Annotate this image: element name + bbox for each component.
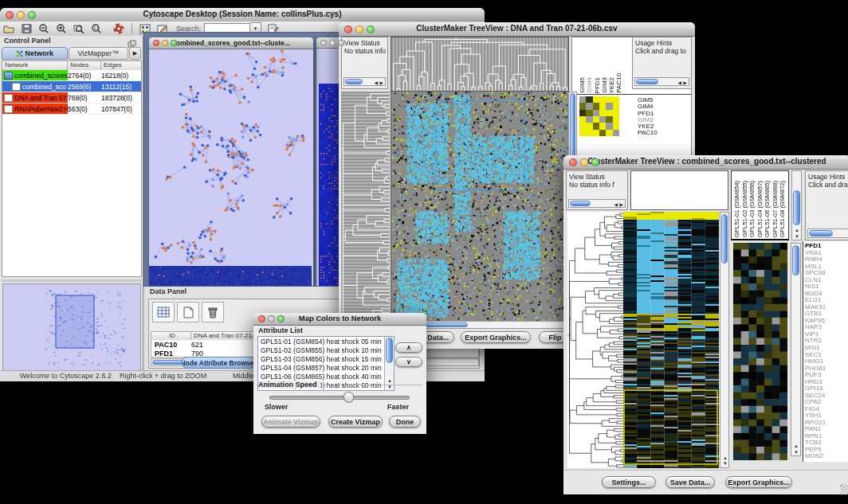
tv1-main-heatmap[interactable] <box>391 92 568 321</box>
animation-speed-slider[interactable] <box>269 396 410 400</box>
minimize-button[interactable] <box>17 11 25 19</box>
tv1-row-dendrogram[interactable] <box>341 92 390 321</box>
scroll-up-icon[interactable]: ▲ <box>794 443 799 448</box>
close-button[interactable] <box>320 40 327 46</box>
attribute-list-vscrollbar[interactable]: ▲ ▼ <box>384 337 394 390</box>
matrix-cell[interactable] <box>579 103 586 109</box>
tv1-column-label[interactable]: PFD1 <box>594 77 600 93</box>
matrix-cell[interactable] <box>579 116 586 123</box>
treeview1-title-bar[interactable]: ClusterMaker TreeView : DNA and Tran 07-… <box>339 22 695 37</box>
scroll-down-icon[interactable]: ▼ <box>794 450 799 455</box>
matrix-cell[interactable] <box>599 103 606 109</box>
scroll-up-icon[interactable]: ▲ <box>387 378 392 383</box>
tv2-status-hscrollbar[interactable]: ◀ ▶ <box>568 199 626 208</box>
tv2-genes-vscrollbar[interactable]: ▲ ▼ <box>791 243 801 456</box>
minimize-button[interactable] <box>162 40 168 46</box>
delete-attribute-trash-icon[interactable] <box>202 302 224 322</box>
dialog-title-bar[interactable]: Map Colors to Network <box>253 313 426 326</box>
tv1-column-label[interactable]: YKE2 <box>608 77 614 93</box>
tab-overflow-button[interactable]: ▶ <box>129 47 141 60</box>
close-button[interactable] <box>344 25 352 33</box>
matrix-cell[interactable] <box>606 96 612 103</box>
matrix-cell[interactable] <box>606 123 612 129</box>
matrix-cell[interactable] <box>586 130 592 136</box>
gene-label[interactable]: MON2 <box>805 453 826 460</box>
matrix-cell[interactable] <box>613 103 619 109</box>
tv2-labels-vscrollbar[interactable]: ▲ ▼ <box>791 170 802 240</box>
close-button[interactable] <box>6 11 14 19</box>
attribute-table-icon[interactable] <box>152 302 175 322</box>
matrix-cell[interactable] <box>579 96 586 103</box>
tv1-column-label[interactable]: GIM4 <box>586 77 592 93</box>
zoom-in-icon[interactable] <box>53 22 70 35</box>
resize-grip[interactable] <box>840 484 848 494</box>
tv1-column-label[interactable]: PAC10 <box>615 73 622 93</box>
matrix-cell[interactable] <box>593 110 599 116</box>
matrix-cell[interactable] <box>593 116 599 123</box>
attribute-list-item[interactable]: GPL51-03 (GSM856) heat shock 15 min <box>261 355 394 364</box>
tv2-export-graphics-button[interactable]: Export Graphics... <box>725 476 792 488</box>
matrix-cell[interactable] <box>586 116 592 123</box>
done-button[interactable]: Done <box>389 416 421 428</box>
tv1-hints-hscrollbar[interactable]: ◀ ▶ <box>634 77 689 86</box>
scroll-left-icon[interactable]: ◀ <box>374 80 378 85</box>
zoom-fit-icon[interactable]: 1:1 <box>88 22 105 35</box>
close-button[interactable] <box>569 158 577 166</box>
tv2-column-label[interactable]: GPL51-02 (GSM855) <box>741 181 749 237</box>
matrix-cell[interactable] <box>613 116 619 123</box>
scroll-down-icon[interactable]: ▼ <box>795 234 799 239</box>
tv2-column-label[interactable]: GPL51-08 (GSM872) <box>779 181 787 237</box>
panel-splitter[interactable] <box>2 279 142 282</box>
network-table-row[interactable]: RNAPuberNov2+R563(0)107847(0) <box>2 104 141 115</box>
treeview2-title-bar[interactable]: ClusterMaker TreeView : combined_scores_… <box>563 155 848 170</box>
main-title-bar[interactable]: Cytoscape Desktop (Session Name: collins… <box>0 8 485 22</box>
matrix-cell[interactable] <box>579 130 586 136</box>
network-table-row[interactable]: combined_sco2569(6)13112(15) <box>2 81 141 92</box>
matrix-cell[interactable] <box>586 110 592 116</box>
scroll-right-icon[interactable]: ▶ <box>683 80 687 85</box>
matrix-cell[interactable] <box>606 103 612 109</box>
create-vizmap-button[interactable]: Create Vizmap <box>328 416 383 428</box>
tv1-export-graphics-button[interactable]: Export Graphics... <box>461 331 531 343</box>
minimize-button[interactable] <box>580 158 588 166</box>
save-session-icon[interactable] <box>18 22 35 35</box>
attribute-list-item[interactable]: GPL51-02 (GSM855) heat shock 10 min <box>261 346 394 355</box>
tv2-hints-hscrollbar[interactable]: ◀ ▶ <box>807 229 848 238</box>
scroll-right-icon[interactable]: ▶ <box>379 80 383 85</box>
col-edges[interactable]: Edges <box>101 61 141 70</box>
tv2-column-tree-area[interactable] <box>630 170 728 210</box>
scroll-right-icon[interactable]: ▶ <box>619 202 623 207</box>
minimize-button[interactable] <box>268 315 275 322</box>
tv2-column-label[interactable]: GPL51-03 (GSM856) <box>748 181 756 237</box>
matrix-cell[interactable] <box>579 123 586 129</box>
matrix-cell[interactable] <box>579 110 586 116</box>
matrix-cell[interactable] <box>606 130 612 136</box>
tv1-status-hscrollbar[interactable]: ◀ ▶ <box>344 77 386 86</box>
tv1-column-label[interactable]: GIM3 <box>601 77 607 93</box>
move-up-button[interactable]: ∧ <box>395 342 422 353</box>
matrix-cell[interactable] <box>593 103 599 109</box>
open-session-icon[interactable] <box>0 22 18 35</box>
zoom-button[interactable] <box>338 40 344 46</box>
scroll-up-icon[interactable]: ▲ <box>795 228 799 232</box>
matrix-cell[interactable] <box>593 123 599 129</box>
tab-network[interactable]: Network <box>2 47 68 60</box>
matrix-cell[interactable] <box>613 130 619 136</box>
matrix-cell[interactable] <box>586 123 592 129</box>
tv2-save-data-button[interactable]: Save Data... <box>665 476 715 488</box>
matrix-cell[interactable] <box>606 110 612 116</box>
tv2-row-dendrogram[interactable] <box>567 212 623 468</box>
matrix-cell[interactable] <box>586 96 592 103</box>
zoom-button[interactable] <box>171 40 177 46</box>
tv2-settings-button[interactable]: Settings... <box>602 476 656 488</box>
scroll-up-icon[interactable]: ▲ <box>723 455 728 460</box>
zoom-button[interactable] <box>367 25 375 33</box>
scroll-left-icon[interactable]: ◀ <box>677 80 681 85</box>
new-attribute-icon[interactable] <box>177 302 199 322</box>
minimize-button[interactable] <box>355 25 363 33</box>
tv2-column-label[interactable]: GPL51-06 (GSM865) <box>764 181 771 237</box>
slider-thumb[interactable] <box>344 392 354 403</box>
matrix-cell[interactable] <box>593 130 599 136</box>
animate-vizmap-button[interactable]: Animate Vizmap <box>261 416 320 428</box>
col-nodes[interactable]: Nodes <box>68 61 101 70</box>
